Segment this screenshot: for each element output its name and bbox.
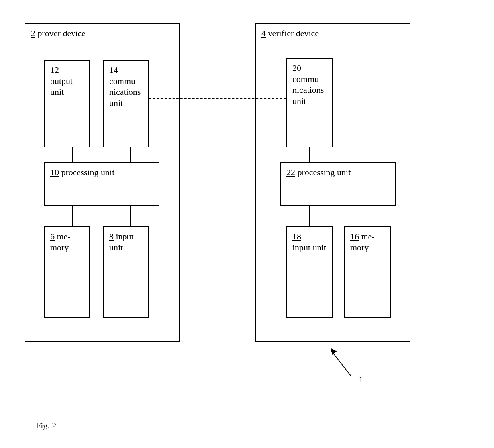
connector (374, 206, 374, 226)
verifier-input-unit-ref: 18 (292, 231, 301, 241)
prover-input-unit-box: 8 input unit (103, 226, 149, 318)
arrow-line (331, 350, 351, 376)
prover-output-unit-label: 12 output unit (50, 65, 83, 98)
prover-processing-name: processing unit (61, 167, 115, 177)
verifier-comm-unit-name: commu­nica­tions unit (292, 74, 324, 106)
prover-processing-ref: 10 (50, 167, 59, 177)
comm-link-dashed (149, 98, 286, 99)
prover-comm-unit-name: commu­nica­tions unit (109, 76, 141, 108)
verifier-input-unit-name: input unit (292, 243, 326, 252)
prover-memory-label: 6 me­mory (50, 231, 83, 253)
prover-memory-ref: 6 (50, 231, 55, 241)
prover-output-unit-ref: 12 (50, 65, 59, 75)
verifier-comm-unit-ref: 20 (292, 63, 301, 73)
verifier-input-unit-label: 18 input unit (292, 231, 327, 253)
verifier-processing-label: 22 processing unit (286, 167, 389, 178)
prover-output-unit-name: output unit (50, 76, 73, 97)
prover-ref: 2 (31, 28, 35, 38)
prover-memory-box: 6 me­mory (44, 226, 90, 318)
connector (130, 147, 131, 162)
prover-comm-unit-ref: 14 (109, 65, 118, 75)
verifier-processing-ref: 22 (286, 167, 295, 177)
connector (72, 147, 73, 162)
connector (130, 206, 131, 226)
diagram-canvas: 2 prover device 12 output unit 14 commu­… (0, 0, 494, 448)
verifier-name: verifier device (268, 28, 319, 38)
prover-device-label: 2 prover device (31, 28, 174, 39)
verifier-comm-unit-label: 20 commu­nica­tions unit (292, 63, 327, 106)
verifier-memory-ref: 16 (350, 231, 359, 241)
verifier-device-label: 4 verifier device (261, 28, 404, 39)
prover-output-unit-box: 12 output unit (44, 60, 90, 147)
prover-name: prover device (38, 28, 86, 38)
connector (309, 206, 310, 226)
prover-comm-unit-box: 14 commu­nica­tions unit (103, 60, 149, 147)
prover-comm-unit-label: 14 commu­nica­tions unit (109, 65, 142, 108)
figure-caption: Fig. 2 (36, 421, 56, 431)
verifier-processing-box: 22 processing unit (280, 162, 396, 206)
verifier-memory-box: 16 me­mory (344, 226, 391, 318)
verifier-ref: 4 (261, 28, 266, 38)
system-ref-label: 1 (359, 374, 363, 385)
connector (72, 206, 73, 226)
prover-input-unit-label: 8 input unit (109, 231, 142, 253)
verifier-memory-label: 16 me­mory (350, 231, 384, 253)
prover-processing-box: 10 processing unit (44, 162, 159, 206)
verifier-comm-unit-box: 20 commu­nica­tions unit (286, 58, 333, 147)
connector (309, 147, 310, 162)
prover-processing-label: 10 processing unit (50, 167, 153, 178)
verifier-input-unit-box: 18 input unit (286, 226, 333, 318)
verifier-processing-name: processing unit (298, 167, 351, 177)
prover-input-unit-ref: 8 (109, 231, 114, 241)
